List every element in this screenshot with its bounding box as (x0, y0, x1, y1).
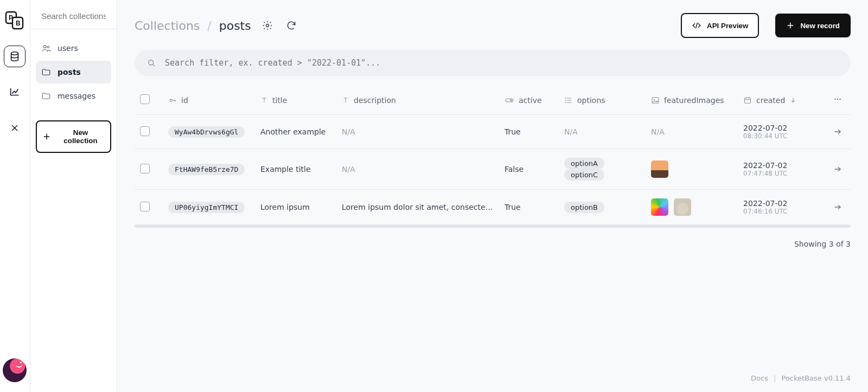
row-checkbox[interactable] (140, 126, 150, 136)
open-record-button[interactable] (830, 202, 845, 212)
column-header-title[interactable]: title (255, 86, 336, 115)
docs-link[interactable]: Docs (751, 374, 768, 382)
sort-desc-icon (789, 97, 797, 104)
cell-created: 2022-07-0207:46:16 UTC (743, 199, 819, 215)
plus-icon (786, 21, 795, 30)
cell-title: Another example (255, 115, 336, 149)
showing-count: Showing 3 of 3 (117, 228, 868, 253)
cell-options: N/A (564, 127, 578, 136)
sidebar-item-messages[interactable]: messages (36, 85, 111, 107)
cell-active: False (499, 149, 559, 189)
toggle-icon (505, 95, 514, 105)
open-record-button[interactable] (830, 164, 845, 174)
image-thumbnail (674, 198, 691, 216)
sidebar-item-posts[interactable]: posts (36, 61, 111, 83)
new-collection-label: New collection (56, 128, 105, 145)
arrow-right-icon (833, 202, 843, 212)
collections-sidebar: users posts messages New collection (30, 0, 117, 392)
text-icon (342, 97, 349, 104)
main-panel: Collections / posts API Preview New reco… (117, 0, 868, 392)
sidebar-item-label: posts (58, 68, 81, 76)
refresh-button[interactable] (284, 18, 299, 33)
new-record-label: New record (800, 22, 840, 30)
nav-logs[interactable] (4, 81, 25, 103)
image-thumbnail (651, 160, 668, 178)
database-icon (9, 50, 21, 62)
user-avatar[interactable] (3, 358, 27, 382)
folder-icon (41, 91, 51, 101)
collections-search-input[interactable] (40, 11, 107, 21)
version-label: PocketBase v0.11.4 (782, 374, 851, 382)
dots-icon (833, 94, 843, 104)
row-checkbox[interactable] (140, 164, 150, 173)
sidebar-item-label: messages (58, 92, 95, 100)
sidebar-item-label: users (58, 44, 78, 53)
sidebar-item-users[interactable]: users (36, 37, 111, 60)
cell-description: Lorem ipsum dolor sit amet, consectetur … (342, 203, 494, 211)
cell-active: True (499, 115, 559, 149)
open-record-button[interactable] (830, 127, 845, 137)
column-header-featured[interactable]: featuredImages (646, 86, 738, 115)
option-tag: optionC (564, 169, 604, 181)
chart-line-icon (9, 86, 21, 98)
cell-created: 2022-07-0208:30:44 UTC (743, 124, 819, 140)
collection-settings-button[interactable] (260, 18, 275, 33)
footer: Docs | PocketBase v0.11.4 (117, 367, 868, 392)
key-icon (168, 96, 177, 105)
refresh-icon (286, 20, 297, 31)
image-icon (651, 96, 660, 105)
arrow-right-icon (833, 164, 843, 174)
api-preview-button[interactable]: API Preview (681, 13, 759, 38)
breadcrumb-separator: / (207, 19, 211, 33)
option-tag: optionA (564, 158, 604, 169)
cell-title: Example title (255, 149, 336, 189)
breadcrumb-leaf: posts (219, 19, 251, 33)
cell-title: Lorem ipsum (255, 189, 336, 224)
record-id: WyAw4bDrvws6gGl (168, 126, 245, 138)
breadcrumb-root: Collections (135, 19, 200, 33)
image-thumbnail (651, 198, 668, 216)
records-table: id title description active options feat… (135, 86, 851, 224)
column-header-id[interactable]: id (163, 86, 255, 115)
arrow-right-icon (833, 127, 843, 137)
column-menu-button[interactable] (825, 86, 851, 115)
gear-icon (262, 20, 273, 31)
cell-description: N/A (342, 127, 355, 136)
search-icon (146, 58, 156, 68)
row-checkbox[interactable] (140, 202, 150, 211)
record-id: FtHAW9feB5rze7D (168, 164, 245, 175)
app-logo: PB (4, 10, 25, 31)
cell-active: True (499, 189, 559, 224)
filter-bar (135, 50, 851, 76)
cell-description: N/A (342, 165, 355, 173)
record-id: UP06yiygImYTMCI (168, 202, 245, 213)
svg-text:B: B (16, 20, 21, 27)
column-header-options[interactable]: options (559, 86, 646, 115)
folder-icon (41, 67, 51, 77)
table-row[interactable]: UP06yiygImYTMCILorem ipsumLorem ipsum do… (135, 189, 851, 224)
column-header-created[interactable]: created (738, 86, 825, 115)
table-row[interactable]: WyAw4bDrvws6gGlAnother exampleN/ATrueN/A… (135, 115, 851, 149)
api-preview-label: API Preview (707, 22, 748, 30)
tools-icon (9, 123, 20, 133)
option-tag: optionB (564, 202, 604, 213)
table-row[interactable]: FtHAW9feB5rze7DExample titleN/AFalseopti… (135, 149, 851, 189)
cell-featured (651, 198, 732, 216)
filter-input[interactable] (164, 57, 839, 68)
cell-featured (651, 160, 732, 178)
app-rail: PB (0, 0, 30, 392)
plus-icon (42, 132, 51, 141)
breadcrumb: Collections / posts (135, 19, 251, 33)
calendar-icon (743, 96, 752, 105)
text-icon (260, 97, 268, 104)
select-all-checkbox[interactable] (140, 94, 150, 104)
svg-text:P: P (9, 14, 13, 22)
column-header-active[interactable]: active (499, 86, 559, 115)
new-collection-button[interactable]: New collection (36, 120, 111, 153)
nav-collections[interactable] (4, 46, 25, 67)
people-icon (41, 43, 51, 53)
new-record-button[interactable]: New record (775, 14, 851, 37)
nav-settings[interactable] (4, 117, 25, 139)
column-header-description[interactable]: description (336, 86, 499, 115)
cell-created: 2022-07-0207:47:48 UTC (743, 161, 819, 177)
